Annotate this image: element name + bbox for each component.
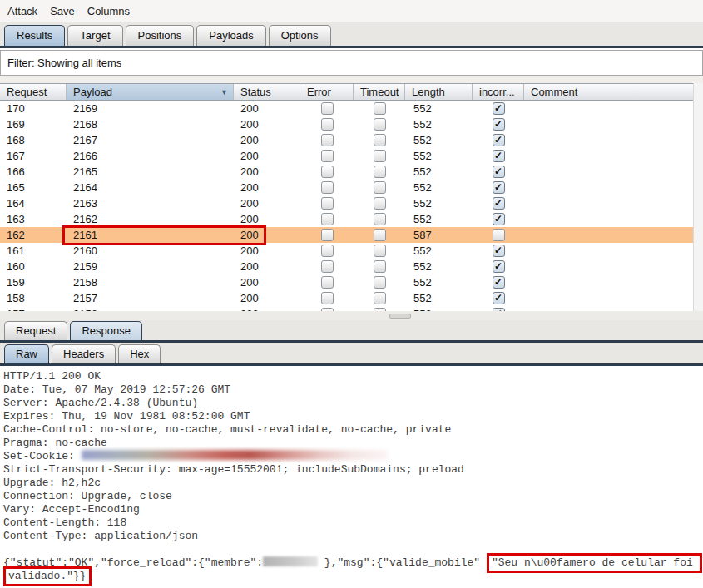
menu-item-save[interactable]: Save bbox=[50, 5, 75, 17]
table-row[interactable]: 1682167200552✓ bbox=[0, 132, 693, 148]
error-checkbox-unchecked-icon[interactable] bbox=[321, 134, 334, 146]
error-checkbox-unchecked-icon[interactable] bbox=[321, 260, 334, 273]
filter-bar[interactable]: Filter: Showing all items bbox=[0, 50, 703, 76]
tab-hex[interactable]: Hex bbox=[118, 344, 161, 363]
table-row[interactable]: 1692168200552✓ bbox=[0, 116, 693, 132]
cell-request: 166 bbox=[0, 164, 67, 180]
incorrect-checkbox-checked-icon[interactable]: ✓ bbox=[493, 102, 505, 115]
incorrect-checkbox-unchecked-icon[interactable] bbox=[493, 229, 505, 241]
results-rows: 1702169200552✓1692168200552✓168216720055… bbox=[0, 101, 693, 311]
timeout-checkbox-unchecked-icon[interactable] bbox=[374, 245, 386, 257]
table-row[interactable]: 1652164200552✓ bbox=[0, 180, 693, 195]
incorrect-checkbox-checked-icon[interactable]: ✓ bbox=[493, 292, 505, 304]
table-scrollbar[interactable] bbox=[693, 83, 703, 311]
table-row[interactable]: 1612160200552✓ bbox=[0, 243, 693, 259]
tab-options[interactable]: Options bbox=[269, 25, 331, 46]
column-header-incorrect[interactable]: incorr... bbox=[473, 84, 524, 100]
column-header-error[interactable]: Error bbox=[300, 84, 354, 100]
tab-results[interactable]: Results bbox=[4, 25, 65, 46]
cell-payload: 2160 bbox=[67, 243, 234, 259]
cell-length: 552 bbox=[405, 164, 473, 180]
incorrect-checkbox-checked-icon[interactable]: ✓ bbox=[493, 150, 505, 162]
table-row[interactable]: 1632162200552✓ bbox=[0, 211, 693, 227]
cell-payload: 2165 bbox=[67, 164, 234, 180]
cell-payload: 2169 bbox=[67, 101, 234, 116]
response-line: Upgrade: h2,h2c bbox=[3, 477, 703, 490]
menu-item-columns[interactable]: Columns bbox=[87, 5, 130, 17]
cell-payload: 2163 bbox=[67, 195, 234, 211]
view-tab-bar: Raw Headers Hex bbox=[0, 343, 703, 363]
table-row[interactable]: 1582157200552✓ bbox=[0, 290, 693, 306]
pane-splitter[interactable] bbox=[0, 311, 703, 320]
error-checkbox-unchecked-icon[interactable] bbox=[321, 276, 334, 289]
cell-status: 200 bbox=[234, 148, 300, 164]
timeout-checkbox-unchecked-icon[interactable] bbox=[374, 197, 386, 210]
error-checkbox-unchecked-icon[interactable] bbox=[321, 181, 334, 194]
error-checkbox-unchecked-icon[interactable] bbox=[321, 292, 334, 304]
tab-target[interactable]: Target bbox=[67, 25, 122, 46]
cell-length: 552 bbox=[405, 211, 473, 227]
table-row[interactable]: 1672166200552✓ bbox=[0, 148, 693, 164]
error-checkbox-unchecked-icon[interactable] bbox=[321, 118, 334, 131]
table-row[interactable]: 1662165200552✓ bbox=[0, 164, 693, 180]
cell-comment bbox=[524, 227, 693, 243]
response-line: Cache-Control: no-store, no-cache, must-… bbox=[3, 423, 703, 437]
cell-payload: 2164 bbox=[67, 180, 234, 195]
incorrect-checkbox-checked-icon[interactable]: ✓ bbox=[493, 166, 505, 178]
tab-payloads[interactable]: Payloads bbox=[196, 25, 265, 46]
timeout-checkbox-unchecked-icon[interactable] bbox=[374, 102, 386, 115]
sort-descending-icon: ▼ bbox=[220, 88, 228, 96]
incorrect-checkbox-checked-icon[interactable]: ✓ bbox=[493, 181, 505, 194]
error-checkbox-unchecked-icon[interactable] bbox=[321, 245, 334, 257]
column-header-length[interactable]: Length bbox=[405, 84, 473, 100]
cell-request: 159 bbox=[0, 274, 67, 290]
error-checkbox-unchecked-icon[interactable] bbox=[321, 150, 334, 162]
annotation-box-msg-2: validado."}} bbox=[3, 566, 92, 586]
column-header-timeout[interactable]: Timeout bbox=[354, 84, 405, 100]
cell-payload: 2161 bbox=[67, 227, 234, 243]
error-checkbox-unchecked-icon[interactable] bbox=[321, 213, 334, 225]
cell-comment bbox=[524, 164, 693, 180]
tab-positions[interactable]: Positions bbox=[126, 25, 195, 46]
timeout-checkbox-unchecked-icon[interactable] bbox=[374, 260, 386, 273]
incorrect-checkbox-checked-icon[interactable]: ✓ bbox=[493, 118, 505, 131]
timeout-checkbox-unchecked-icon[interactable] bbox=[374, 292, 386, 304]
tab-raw[interactable]: Raw bbox=[4, 344, 49, 363]
cell-payload: 2159 bbox=[67, 259, 234, 274]
error-checkbox-unchecked-icon[interactable] bbox=[321, 102, 334, 115]
cell-payload: 2168 bbox=[67, 116, 234, 132]
table-row[interactable]: 1642163200552✓ bbox=[0, 195, 693, 211]
incorrect-checkbox-checked-icon[interactable]: ✓ bbox=[493, 260, 505, 273]
tab-request[interactable]: Request bbox=[4, 321, 67, 340]
error-checkbox-unchecked-icon[interactable] bbox=[321, 166, 334, 178]
column-header-status[interactable]: Status bbox=[234, 84, 300, 100]
timeout-checkbox-unchecked-icon[interactable] bbox=[374, 166, 386, 178]
error-checkbox-unchecked-icon[interactable] bbox=[321, 197, 334, 210]
column-header-comment[interactable]: Comment bbox=[524, 84, 703, 100]
timeout-checkbox-unchecked-icon[interactable] bbox=[374, 229, 386, 241]
cell-length: 587 bbox=[405, 227, 473, 243]
table-row[interactable]: 1592158200552✓ bbox=[0, 274, 693, 290]
tab-headers[interactable]: Headers bbox=[52, 344, 116, 363]
timeout-checkbox-unchecked-icon[interactable] bbox=[374, 150, 386, 162]
table-row[interactable]: 1622161200587 bbox=[0, 227, 693, 243]
incorrect-checkbox-checked-icon[interactable]: ✓ bbox=[493, 197, 505, 210]
error-checkbox-unchecked-icon[interactable] bbox=[321, 229, 334, 241]
tab-response[interactable]: Response bbox=[70, 321, 142, 340]
incorrect-checkbox-checked-icon[interactable]: ✓ bbox=[493, 245, 505, 257]
timeout-checkbox-unchecked-icon[interactable] bbox=[374, 213, 386, 225]
column-header-request[interactable]: Request bbox=[0, 84, 67, 100]
menu-item-attack[interactable]: Attack bbox=[7, 5, 37, 17]
incorrect-checkbox-checked-icon[interactable]: ✓ bbox=[493, 276, 505, 289]
timeout-checkbox-unchecked-icon[interactable] bbox=[374, 276, 386, 289]
timeout-checkbox-unchecked-icon[interactable] bbox=[374, 134, 386, 146]
column-header-payload[interactable]: Payload ▼ bbox=[67, 84, 234, 100]
splitter-grip-icon bbox=[389, 314, 411, 319]
incorrect-checkbox-checked-icon[interactable]: ✓ bbox=[493, 213, 505, 225]
timeout-checkbox-unchecked-icon[interactable] bbox=[374, 118, 386, 131]
incorrect-checkbox-checked-icon[interactable]: ✓ bbox=[493, 134, 505, 146]
table-row[interactable]: 1702169200552✓ bbox=[0, 101, 693, 116]
table-row[interactable]: 1602159200552✓ bbox=[0, 259, 693, 274]
timeout-checkbox-unchecked-icon[interactable] bbox=[374, 181, 386, 194]
cell-status: 200 bbox=[234, 132, 300, 148]
